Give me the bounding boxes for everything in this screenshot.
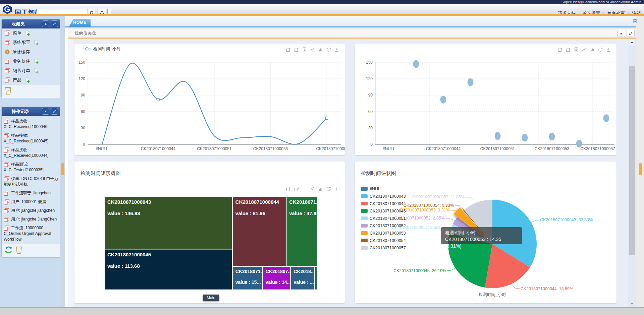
svg-text:CK2018071000054: CK2018071000054 <box>370 238 406 243</box>
right-splitter[interactable] <box>636 16 644 307</box>
activity-refresh-icon[interactable] <box>5 246 13 255</box>
pie-legend-item-0[interactable]: #NULL <box>361 187 383 191</box>
left-splitter-grip[interactable] <box>61 163 64 175</box>
scatter-chart-panel: 0306090120150#NULLCK2018071000044CK20180… <box>355 44 616 155</box>
svg-text:CK2018071.: CK2018071. <box>235 269 262 274</box>
treemap-node[interactable] <box>286 196 318 266</box>
favorites-collapse-button[interactable]: ▲ <box>42 20 49 27</box>
toolbox-restore-icon[interactable] <box>327 48 331 51</box>
pie-legend-item-2[interactable]: CK2018071000044 <box>361 201 406 206</box>
toolbox-line-chart-icon[interactable] <box>311 188 315 191</box>
add-to-tab-icon[interactable] <box>34 40 39 46</box>
toolbox-zoom-restore-icon[interactable] <box>295 48 299 52</box>
toolbox-download-icon[interactable] <box>335 48 338 52</box>
activity-item-3[interactable]: 样品测试:X_C_Tested[1000035] <box>2 161 60 174</box>
scatter-point[interactable] <box>440 96 446 104</box>
add-to-tab-icon[interactable] <box>25 77 30 83</box>
pie-legend-item-7[interactable]: CK2018071000054 <box>361 238 406 243</box>
activity-item-9[interactable]: 工作流: 10000000C_Orders Urgent ApprovalWor… <box>2 224 60 244</box>
toolbox-datazoom-icon[interactable] <box>287 48 290 52</box>
scrollbar-up-button[interactable] <box>629 39 635 45</box>
toolbox-line-chart-icon[interactable] <box>582 48 586 52</box>
activity-item-2[interactable]: 样品接收:X_C_Received[1000044] <box>2 146 60 160</box>
activity-item-7[interactable]: 用户: jiangche jiangchen <box>2 207 60 215</box>
treemap-node[interactable] <box>315 266 318 290</box>
window-icon <box>4 191 9 196</box>
toolbox-restore-icon[interactable] <box>599 48 602 51</box>
pie-legend-item-8[interactable]: CK2018071000057 <box>361 246 406 250</box>
favorite-item-2[interactable]: 清除缓存 <box>2 47 60 57</box>
scatter-point[interactable] <box>495 132 501 140</box>
favorite-label: 业务伙伴 <box>13 58 30 64</box>
window-icon <box>5 30 10 36</box>
favorites-title: 收藏夹 <box>12 21 25 26</box>
activity-item-8[interactable]: 用户: jiangche JiangChen <box>2 215 60 224</box>
scatter-point[interactable] <box>549 133 555 140</box>
scatter-point[interactable] <box>603 114 609 122</box>
activity-line: 样品测试: <box>11 162 28 167</box>
toolbox-restore-icon[interactable] <box>327 187 331 191</box>
toolbox-zoom-restore-icon[interactable] <box>295 187 299 191</box>
scrollbar-thumb[interactable] <box>629 66 635 255</box>
pie-legend-item-1[interactable]: CK2018071000043 <box>361 194 406 199</box>
line-point-marker[interactable] <box>157 98 159 101</box>
toolbox-dataview-icon[interactable] <box>303 187 306 191</box>
favorites-header: 收藏夹 ▲ ⤢ <box>2 19 60 28</box>
activity-item-0[interactable]: 样品接收:X_C_Received[1000046] <box>2 117 60 131</box>
toolbox-bar-chart-icon[interactable] <box>590 49 594 52</box>
collapse-tabs-icon[interactable] <box>632 17 638 25</box>
pie-legend-item-4[interactable]: CK2018071000051 <box>361 216 406 221</box>
activity-collapse-button[interactable]: ▲ <box>42 108 49 115</box>
toolbox-datazoom-icon[interactable] <box>287 187 290 191</box>
activity-item-1[interactable]: 样品接收:X_C_Received[1000045] <box>2 132 60 145</box>
dashboard-collapse-button[interactable] <box>617 30 625 37</box>
treemap-breadcrumb[interactable]: Main <box>203 295 219 301</box>
activity-item-4[interactable]: 仪器: DNTC-02019 电子万能材料试验机 <box>2 175 60 189</box>
svg-text:CK2018071000044: CK2018071000044 <box>426 146 461 151</box>
favorites-trash-icon[interactable] <box>5 86 12 96</box>
activity-line: C_Orders Urgent Approval <box>4 231 58 237</box>
right-splitter-grip[interactable] <box>639 163 642 175</box>
activity-item-6[interactable]: 用户: 1000001 姜晨 <box>2 198 60 206</box>
pie-legend-item-6[interactable]: CK2018071000053 <box>361 231 406 236</box>
add-to-tab-icon[interactable] <box>25 30 30 36</box>
toolbox-bar-chart-icon[interactable] <box>319 49 323 52</box>
toolbox-download-icon[interactable] <box>335 187 338 191</box>
favorites-expand-button[interactable]: ⤢ <box>51 20 58 27</box>
favorite-label: 销售订单 <box>13 68 30 74</box>
activity-line: WorkFlow <box>4 237 58 242</box>
line-legend[interactable]: 检测时间_小时 <box>83 47 121 51</box>
toolbox-line-chart-icon[interactable] <box>311 48 315 52</box>
svg-text:60: 60 <box>368 109 373 114</box>
activity-line: 工作流职责: jiangchen <box>11 190 51 196</box>
left-splitter[interactable] <box>61 16 65 307</box>
scatter-point[interactable] <box>413 60 419 68</box>
toolbox-dataview-icon[interactable] <box>303 48 306 52</box>
activity-trash-icon[interactable] <box>15 246 22 255</box>
toolbox-bar-chart-icon[interactable] <box>319 188 323 191</box>
favorite-item-3[interactable]: 业务伙伴 <box>2 57 60 66</box>
pie-legend-item-3[interactable]: CK2018071000045 <box>361 209 406 213</box>
favorite-item-1[interactable]: 系统配置 <box>2 38 60 47</box>
scatter-point[interactable] <box>468 78 474 86</box>
treemap-node[interactable] <box>232 196 286 266</box>
activity-footer <box>2 244 60 257</box>
favorite-item-0[interactable]: 菜单 <box>2 28 60 38</box>
dashboard-minimize-button[interactable] <box>627 30 635 37</box>
pie-legend-item-5[interactable]: CK2018071000052 <box>361 224 406 228</box>
toolbox-zoom-restore-icon[interactable] <box>567 48 571 52</box>
toolbox-datazoom-icon[interactable] <box>558 48 562 52</box>
add-to-tab-icon[interactable] <box>34 68 39 74</box>
toolbox-dataview-icon[interactable] <box>575 48 578 52</box>
scrollbar-down-button[interactable] <box>629 301 635 307</box>
add-to-tab-icon[interactable] <box>34 59 39 64</box>
activity-expand-button[interactable]: ⤢ <box>51 108 58 115</box>
scatter-point[interactable] <box>522 134 528 141</box>
line-point-marker[interactable] <box>325 117 328 119</box>
favorite-item-5[interactable]: 产品 <box>2 75 60 85</box>
favorite-item-4[interactable]: 销售订单 <box>2 66 60 75</box>
activity-item-5[interactable]: 工作流职责: jiangchen <box>2 189 60 197</box>
toolbox-download-icon[interactable] <box>607 48 610 52</box>
activity-header: 操作记录 ▲ ⤢ <box>2 107 60 116</box>
scatter-point[interactable] <box>576 140 582 147</box>
